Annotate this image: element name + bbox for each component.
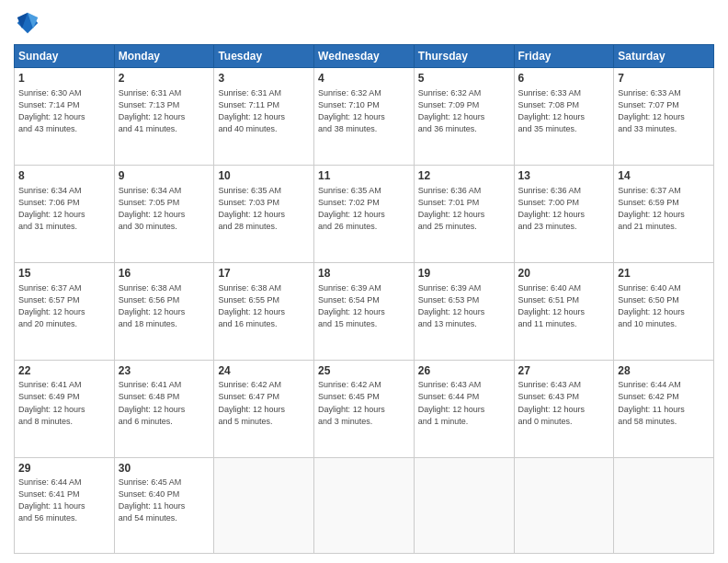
calendar-cell: 15Sunrise: 6:37 AM Sunset: 6:57 PM Dayli… [15,262,115,360]
weekday-header-wednesday: Wednesday [314,45,415,68]
day-number: 23 [119,363,210,379]
day-info: Sunrise: 6:32 AM Sunset: 7:09 PM Dayligh… [418,87,510,135]
day-info: Sunrise: 6:41 AM Sunset: 6:49 PM Dayligh… [18,379,110,427]
day-number: 24 [218,363,310,379]
day-number: 12 [418,168,510,184]
day-number: 14 [618,168,710,184]
calendar-cell: 2Sunrise: 6:31 AM Sunset: 7:13 PM Daylig… [114,68,214,166]
weekday-header-monday: Monday [114,45,214,68]
weekday-header-row: SundayMondayTuesdayWednesdayThursdayFrid… [15,45,714,68]
day-info: Sunrise: 6:37 AM Sunset: 6:59 PM Dayligh… [618,185,710,233]
calendar-cell: 17Sunrise: 6:38 AM Sunset: 6:55 PM Dayli… [214,262,314,360]
calendar-cell: 5Sunrise: 6:32 AM Sunset: 7:09 PM Daylig… [414,68,514,166]
calendar-cell: 12Sunrise: 6:36 AM Sunset: 7:01 PM Dayli… [414,165,514,262]
calendar-cell: 1Sunrise: 6:30 AM Sunset: 7:14 PM Daylig… [15,68,115,166]
calendar-cell: 21Sunrise: 6:40 AM Sunset: 6:50 PM Dayli… [614,262,714,360]
day-number: 2 [119,71,210,86]
calendar-cell: 25Sunrise: 6:42 AM Sunset: 6:45 PM Dayli… [314,360,415,457]
calendar-cell [614,457,714,554]
day-number: 18 [318,266,410,282]
calendar-cell: 30Sunrise: 6:45 AM Sunset: 6:40 PM Dayli… [114,457,214,554]
calendar-cell: 14Sunrise: 6:37 AM Sunset: 6:59 PM Dayli… [614,165,714,262]
logo [14,9,45,37]
page: SundayMondayTuesdayWednesdayThursdayFrid… [0,0,728,563]
calendar-cell [514,457,614,554]
day-number: 21 [618,266,710,282]
week-row-4: 22Sunrise: 6:41 AM Sunset: 6:49 PM Dayli… [15,360,714,457]
day-number: 9 [119,168,210,184]
weekday-header-saturday: Saturday [614,45,714,68]
calendar-cell: 6Sunrise: 6:33 AM Sunset: 7:08 PM Daylig… [514,68,614,166]
day-number: 17 [218,266,310,282]
day-info: Sunrise: 6:36 AM Sunset: 7:01 PM Dayligh… [418,185,510,233]
day-info: Sunrise: 6:43 AM Sunset: 6:43 PM Dayligh… [518,379,610,427]
calendar-cell [214,457,314,554]
calendar-cell [414,457,514,554]
day-info: Sunrise: 6:41 AM Sunset: 6:48 PM Dayligh… [119,379,210,427]
day-number: 8 [18,168,110,184]
calendar-cell: 28Sunrise: 6:44 AM Sunset: 6:42 PM Dayli… [614,360,714,457]
calendar-cell [314,457,415,554]
day-info: Sunrise: 6:43 AM Sunset: 6:44 PM Dayligh… [418,379,510,427]
day-info: Sunrise: 6:37 AM Sunset: 6:57 PM Dayligh… [18,282,110,330]
day-info: Sunrise: 6:33 AM Sunset: 7:08 PM Dayligh… [518,87,610,135]
calendar-cell: 10Sunrise: 6:35 AM Sunset: 7:03 PM Dayli… [214,165,314,262]
day-info: Sunrise: 6:34 AM Sunset: 7:06 PM Dayligh… [18,185,110,233]
calendar-cell: 19Sunrise: 6:39 AM Sunset: 6:53 PM Dayli… [414,262,514,360]
day-info: Sunrise: 6:39 AM Sunset: 6:53 PM Dayligh… [418,282,510,330]
day-info: Sunrise: 6:38 AM Sunset: 6:56 PM Dayligh… [119,282,210,330]
calendar-cell: 4Sunrise: 6:32 AM Sunset: 7:10 PM Daylig… [314,68,415,166]
day-info: Sunrise: 6:40 AM Sunset: 6:51 PM Dayligh… [518,282,610,330]
day-info: Sunrise: 6:34 AM Sunset: 7:05 PM Dayligh… [119,185,210,233]
weekday-header-tuesday: Tuesday [214,45,314,68]
day-info: Sunrise: 6:44 AM Sunset: 6:42 PM Dayligh… [618,379,710,427]
calendar-cell: 16Sunrise: 6:38 AM Sunset: 6:56 PM Dayli… [114,262,214,360]
day-info: Sunrise: 6:31 AM Sunset: 7:11 PM Dayligh… [218,87,310,135]
day-number: 11 [318,168,410,184]
week-row-2: 8Sunrise: 6:34 AM Sunset: 7:06 PM Daylig… [15,165,714,262]
day-number: 7 [618,71,710,86]
day-number: 29 [18,461,110,477]
calendar-cell: 23Sunrise: 6:41 AM Sunset: 6:48 PM Dayli… [114,360,214,457]
day-info: Sunrise: 6:40 AM Sunset: 6:50 PM Dayligh… [618,282,710,330]
calendar-cell: 7Sunrise: 6:33 AM Sunset: 7:07 PM Daylig… [614,68,714,166]
day-info: Sunrise: 6:32 AM Sunset: 7:10 PM Dayligh… [318,87,410,135]
day-info: Sunrise: 6:35 AM Sunset: 7:02 PM Dayligh… [318,185,410,233]
calendar-cell: 22Sunrise: 6:41 AM Sunset: 6:49 PM Dayli… [15,360,115,457]
weekday-header-sunday: Sunday [15,45,115,68]
day-info: Sunrise: 6:36 AM Sunset: 7:00 PM Dayligh… [518,185,610,233]
calendar-cell: 3Sunrise: 6:31 AM Sunset: 7:11 PM Daylig… [214,68,314,166]
calendar-cell: 8Sunrise: 6:34 AM Sunset: 7:06 PM Daylig… [15,165,115,262]
day-number: 30 [119,461,210,477]
calendar-cell: 11Sunrise: 6:35 AM Sunset: 7:02 PM Dayli… [314,165,415,262]
calendar-cell: 9Sunrise: 6:34 AM Sunset: 7:05 PM Daylig… [114,165,214,262]
day-info: Sunrise: 6:38 AM Sunset: 6:55 PM Dayligh… [218,282,310,330]
day-number: 26 [418,363,510,379]
day-number: 10 [218,168,310,184]
day-info: Sunrise: 6:33 AM Sunset: 7:07 PM Dayligh… [618,87,710,135]
day-info: Sunrise: 6:42 AM Sunset: 6:45 PM Dayligh… [318,379,410,427]
calendar-cell: 29Sunrise: 6:44 AM Sunset: 6:41 PM Dayli… [15,457,115,554]
day-number: 28 [618,363,710,379]
day-number: 19 [418,266,510,282]
day-number: 6 [518,71,610,86]
day-info: Sunrise: 6:35 AM Sunset: 7:03 PM Dayligh… [218,185,310,233]
day-number: 4 [318,71,410,86]
day-info: Sunrise: 6:42 AM Sunset: 6:47 PM Dayligh… [218,379,310,427]
day-number: 1 [18,71,110,86]
weekday-header-thursday: Thursday [414,45,514,68]
calendar: SundayMondayTuesdayWednesdayThursdayFrid… [14,44,714,554]
week-row-1: 1Sunrise: 6:30 AM Sunset: 7:14 PM Daylig… [15,68,714,166]
day-number: 25 [318,363,410,379]
calendar-cell: 24Sunrise: 6:42 AM Sunset: 6:47 PM Dayli… [214,360,314,457]
day-info: Sunrise: 6:44 AM Sunset: 6:41 PM Dayligh… [18,477,110,524]
day-number: 27 [518,363,610,379]
week-row-5: 29Sunrise: 6:44 AM Sunset: 6:41 PM Dayli… [15,457,714,554]
day-number: 15 [18,266,110,282]
day-number: 20 [518,266,610,282]
day-info: Sunrise: 6:30 AM Sunset: 7:14 PM Dayligh… [18,87,110,135]
weekday-header-friday: Friday [514,45,614,68]
day-number: 3 [218,71,310,86]
logo-icon [14,9,41,37]
calendar-cell: 27Sunrise: 6:43 AM Sunset: 6:43 PM Dayli… [514,360,614,457]
